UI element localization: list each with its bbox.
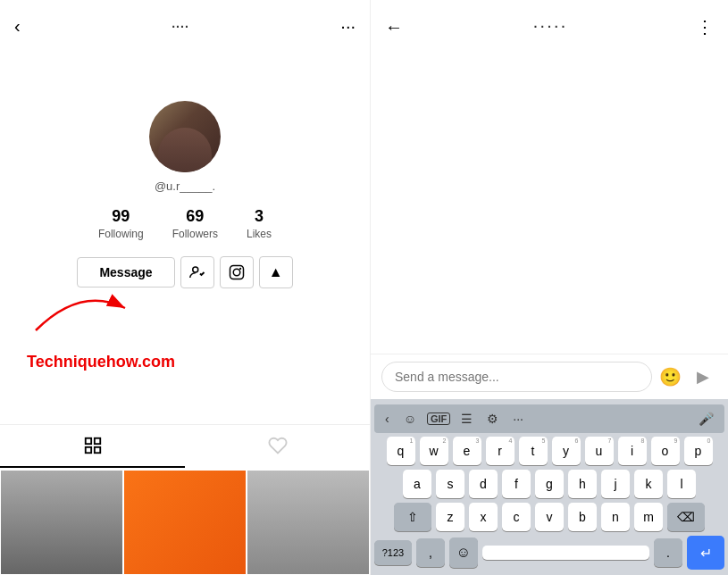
key-n[interactable]: n — [601, 503, 630, 531]
key-l[interactable]: l — [667, 470, 696, 498]
instagram-icon-button[interactable] — [220, 256, 254, 288]
key-numbers[interactable]: ?123 — [374, 540, 412, 565]
key-a[interactable]: a — [403, 470, 431, 498]
avatar-area: @u.r_____. — [149, 101, 221, 193]
key-k[interactable]: k — [634, 470, 663, 498]
svg-rect-5 — [85, 438, 90, 444]
follow-icon-button[interactable] — [180, 256, 214, 288]
following-count: 99 — [112, 207, 130, 226]
keyboard-row-4: ?123 , ☺ . ↵ — [374, 536, 724, 570]
share-icon-button[interactable]: ▲ — [259, 256, 293, 288]
key-shift[interactable]: ⇧ — [394, 503, 431, 531]
kb-dots-btn[interactable]: ··· — [509, 410, 527, 428]
key-g[interactable]: g — [535, 470, 564, 498]
left-panel: ‹ ···· ··· @u.r_____. 99 Following 69 Fo… — [0, 0, 371, 575]
right-back-icon[interactable]: ← — [385, 17, 403, 38]
likes-label: Likes — [247, 228, 272, 240]
stat-following[interactable]: 99 Following — [98, 207, 144, 240]
key-f[interactable]: f — [502, 470, 531, 498]
key-d[interactable]: d — [469, 470, 498, 498]
arrow-annotation — [27, 268, 143, 343]
content-thumbnails — [0, 470, 370, 575]
following-label: Following — [98, 228, 144, 240]
message-input-bar: 🙂 ▶ — [371, 354, 728, 399]
kb-gear-btn[interactable]: ⚙ — [483, 410, 502, 428]
key-t[interactable]: t5 — [519, 437, 548, 465]
key-c[interactable]: c — [502, 503, 531, 531]
key-e[interactable]: e3 — [453, 437, 481, 465]
key-q[interactable]: q1 — [387, 437, 415, 465]
svg-rect-8 — [94, 447, 99, 453]
key-emoji[interactable]: ☺ — [449, 538, 478, 568]
key-r[interactable]: r4 — [486, 437, 515, 465]
key-v[interactable]: v — [535, 503, 564, 531]
key-y[interactable]: y6 — [552, 437, 581, 465]
back-icon[interactable]: ‹ — [14, 16, 21, 37]
kb-sticker-btn[interactable]: ☺ — [400, 410, 420, 428]
kb-mic-btn[interactable]: 🎤 — [695, 410, 717, 428]
stat-likes[interactable]: 3 Likes — [247, 207, 272, 240]
key-delete[interactable]: ⌫ — [667, 503, 705, 531]
chat-area — [371, 48, 728, 354]
key-period[interactable]: . — [654, 538, 682, 567]
stats-row: 99 Following 69 Followers 3 Likes — [0, 207, 370, 240]
emoji-button[interactable]: 🙂 — [659, 366, 682, 388]
key-u[interactable]: u7 — [585, 437, 614, 465]
svg-point-0 — [192, 267, 197, 272]
keyboard-row-3: ⇧ z x c v b n m ⌫ — [374, 503, 724, 531]
tabs-row — [0, 424, 370, 468]
svg-point-2 — [233, 269, 240, 276]
username-truncated: ···· — [172, 20, 189, 34]
key-i[interactable]: i8 — [618, 437, 647, 465]
key-space[interactable] — [482, 546, 649, 560]
followers-count: 69 — [186, 207, 204, 226]
kb-gif-btn[interactable]: GIF — [427, 412, 450, 425]
key-j[interactable]: j — [601, 470, 630, 498]
avatar-silhouette — [158, 128, 212, 172]
right-more-icon[interactable]: ⋮ — [696, 16, 714, 38]
likes-count: 3 — [255, 207, 264, 226]
key-m[interactable]: m — [634, 503, 663, 531]
key-s[interactable]: s — [436, 470, 464, 498]
key-b[interactable]: b — [568, 503, 597, 531]
right-header: ← · · · · · ⋮ — [371, 0, 728, 48]
key-z[interactable]: z — [436, 503, 464, 531]
watermark: Techniquehow.com — [27, 353, 175, 371]
key-p[interactable]: p0 — [684, 437, 713, 465]
tab-liked[interactable] — [185, 425, 370, 468]
right-panel: ← · · · · · ⋮ 🙂 ▶ ‹ ☺ GIF ☰ ⚙ ··· 🎤 q1 w… — [371, 0, 728, 575]
key-h[interactable]: h — [568, 470, 597, 498]
stat-followers[interactable]: 69 Followers — [172, 207, 218, 240]
svg-point-3 — [239, 268, 241, 270]
thumb-2 — [123, 470, 247, 575]
keyboard-toolbar: ‹ ☺ GIF ☰ ⚙ ··· 🎤 — [374, 404, 724, 433]
more-options-icon[interactable]: ··· — [340, 16, 356, 37]
key-x[interactable]: x — [469, 503, 498, 531]
message-input[interactable] — [381, 362, 652, 392]
avatar — [149, 101, 221, 172]
key-return[interactable]: ↵ — [687, 536, 724, 570]
left-header: ‹ ···· ··· — [0, 0, 370, 47]
followers-label: Followers — [172, 228, 218, 240]
keyboard: ‹ ☺ GIF ☰ ⚙ ··· 🎤 q1 w2 e3 r4 t5 y6 u7 i… — [371, 399, 728, 575]
chat-title: · · · · · — [533, 20, 565, 34]
svg-rect-7 — [85, 447, 90, 453]
kb-back-btn[interactable]: ‹ — [381, 410, 393, 428]
thumb-1 — [0, 470, 123, 575]
key-comma[interactable]: , — [416, 538, 445, 567]
key-w[interactable]: w2 — [420, 437, 448, 465]
svg-rect-1 — [230, 266, 243, 279]
kb-clipboard-btn[interactable]: ☰ — [457, 410, 476, 428]
thumb-3 — [247, 470, 370, 575]
svg-rect-6 — [94, 438, 99, 444]
key-o[interactable]: o9 — [651, 437, 680, 465]
tab-grid[interactable] — [0, 425, 185, 468]
user-handle: @u.r_____. — [155, 179, 215, 193]
keyboard-row-1: q1 w2 e3 r4 t5 y6 u7 i8 o9 p0 — [374, 437, 724, 465]
keyboard-row-2: a s d f g h j k l — [374, 470, 724, 498]
send-button[interactable]: ▶ — [689, 362, 717, 391]
